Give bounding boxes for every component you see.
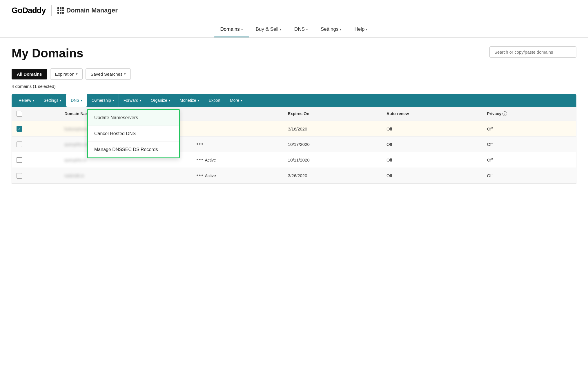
page-title: My Domains xyxy=(12,46,83,60)
chevron-down-icon: ▾ xyxy=(366,28,368,31)
chevron-down-icon: ▾ xyxy=(198,99,199,102)
row3-autorenew: Off xyxy=(382,152,482,168)
chevron-down-icon: ▾ xyxy=(280,28,282,31)
row4-checkbox-cell xyxy=(12,168,60,184)
row2-dots-menu[interactable]: ••• xyxy=(192,137,283,152)
row4-autorenew: Off xyxy=(382,168,482,184)
chevron-down-icon: ▾ xyxy=(241,28,243,31)
row1-checkbox[interactable] xyxy=(17,126,22,132)
chevron-down-icon: ▾ xyxy=(241,99,242,102)
row3-privacy: Off xyxy=(482,152,576,168)
logo[interactable]: GoDaddy xyxy=(12,6,46,15)
chevron-down-icon: ▾ xyxy=(60,99,61,102)
nav-item-settings[interactable]: Settings ▾ xyxy=(314,21,348,37)
dns-dropdown-item-manage-dnssec[interactable]: Manage DNSSEC DS Records xyxy=(88,142,179,157)
row3-expires: 10/11/2020 xyxy=(283,152,382,168)
th-checkbox xyxy=(12,107,60,121)
chevron-down-icon: ▾ xyxy=(169,99,170,102)
chevron-down-icon: ▾ xyxy=(306,28,308,31)
saved-searches-filter-button[interactable]: Saved Searches ▾ xyxy=(86,68,131,80)
settings-toolbar-button[interactable]: Settings ▾ xyxy=(39,94,66,107)
privacy-info-icon[interactable]: i xyxy=(502,111,507,116)
search-input[interactable] xyxy=(489,46,576,58)
row1-autorenew: Off xyxy=(382,121,482,137)
dns-toolbar-button[interactable]: DNS ▾ xyxy=(66,94,87,107)
th-status xyxy=(192,107,283,121)
nav-item-buy-sell[interactable]: Buy & Sell ▾ xyxy=(249,21,288,37)
row2-expires: 10/17/2020 xyxy=(283,137,382,152)
row1-expires: 3/16/2020 xyxy=(283,121,382,137)
all-domains-button[interactable]: All Domains xyxy=(12,69,47,79)
forward-button[interactable]: Forward ▾ xyxy=(119,94,146,107)
row1-privacy: Off xyxy=(482,121,576,137)
select-all-checkbox[interactable] xyxy=(17,111,22,117)
chevron-down-icon: ▾ xyxy=(140,99,141,102)
row1-checkbox-cell xyxy=(12,121,60,137)
chevron-down-icon: ▾ xyxy=(76,72,78,76)
th-autorenew: Auto-renew xyxy=(382,107,482,121)
app-title: Domain Manager xyxy=(66,7,117,14)
organize-button[interactable]: Organize ▾ xyxy=(146,94,175,107)
nav-item-help[interactable]: Help ▾ xyxy=(348,21,374,37)
row3-status-dots[interactable]: ••• Active xyxy=(192,152,283,168)
grid-icon xyxy=(57,7,64,14)
row4-privacy: Off xyxy=(482,168,576,184)
chevron-down-icon: ▾ xyxy=(112,99,114,102)
chevron-down-icon: ▾ xyxy=(340,28,342,31)
ownership-button[interactable]: Ownership ▾ xyxy=(87,94,119,107)
row4-domain: raskmdk.io xyxy=(60,168,192,184)
renew-button[interactable]: Renew ▾ xyxy=(14,94,39,107)
dns-dropdown-item-cancel-hosted-dns[interactable]: Cancel Hosted DNS xyxy=(88,126,179,142)
monetize-button[interactable]: Monetize ▾ xyxy=(175,94,204,107)
filter-bar: All Domains Expiration ▾ Saved Searches … xyxy=(12,68,576,80)
row1-status xyxy=(192,121,283,137)
dns-dropdown-item-update-nameservers[interactable]: Update Nameservers xyxy=(88,110,179,126)
th-privacy: Privacy i xyxy=(482,107,576,121)
row2-checkbox[interactable] xyxy=(17,142,22,147)
chevron-down-icon: ▾ xyxy=(33,99,34,102)
chevron-down-icon: ▾ xyxy=(81,99,82,102)
main-content: My Domains All Domains Expiration ▾ Save… xyxy=(0,38,588,184)
export-button[interactable]: Export xyxy=(204,94,225,107)
th-expires-on: Expires On xyxy=(283,107,382,121)
row2-privacy: Off xyxy=(482,137,576,152)
app-title-wrap: Domain Manager xyxy=(57,7,117,14)
row4-status-dots[interactable]: ••• Active xyxy=(192,168,283,184)
row4-expires: 3/26/2020 xyxy=(283,168,382,184)
row4-checkbox[interactable] xyxy=(17,173,22,179)
dns-dropdown: Update Nameservers Cancel Hosted DNS Man… xyxy=(87,109,180,158)
more-button[interactable]: More ▾ xyxy=(225,94,247,107)
domain-count: 4 domains (1 selected) xyxy=(12,84,576,89)
header-divider xyxy=(51,5,52,16)
row2-checkbox-cell xyxy=(12,137,60,152)
nav-item-dns[interactable]: DNS ▾ xyxy=(288,21,314,37)
row3-checkbox-cell xyxy=(12,152,60,168)
table-row: raskmdk.io ••• Active 3/26/2020 Off Off xyxy=(12,168,576,184)
nav-item-domains[interactable]: Domains ▾ xyxy=(214,21,249,37)
table-toolbar: Renew ▾ Settings ▾ DNS ▾ Ownership ▾ For… xyxy=(12,94,576,107)
expiration-filter-button[interactable]: Expiration ▾ xyxy=(50,68,83,80)
page-header: My Domains xyxy=(12,46,576,60)
header: GoDaddy Domain Manager xyxy=(0,0,588,21)
row2-autorenew: Off xyxy=(382,137,482,152)
main-nav: Domains ▾ Buy & Sell ▾ DNS ▾ Settings ▾ … xyxy=(0,21,588,38)
chevron-down-icon: ▾ xyxy=(124,72,126,76)
row3-checkbox[interactable] xyxy=(17,157,22,163)
